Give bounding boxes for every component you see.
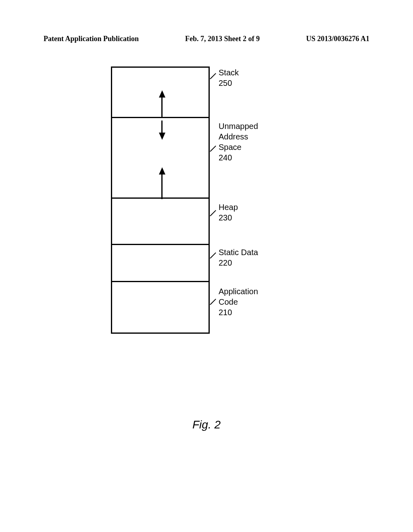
header-left: Patent Application Publication: [44, 35, 139, 43]
heap-label-ref: 230: [219, 213, 232, 222]
app-label-text: Application Code: [219, 287, 258, 306]
stack-label-ref: 250: [219, 79, 232, 87]
page-header: Patent Application Publication Feb. 7, 2…: [0, 0, 413, 43]
figure-caption: Fig. 2: [0, 418, 413, 431]
leader-line-icon: [210, 73, 216, 79]
unmapped-label-text: Unmapped Address Space: [219, 122, 258, 152]
memory-boxes: [111, 66, 210, 334]
header-right: US 2013/0036276 A1: [306, 35, 369, 43]
leader-line-icon: [210, 210, 216, 216]
unmapped-region: [112, 118, 209, 199]
app-label-ref: 210: [219, 308, 232, 317]
memory-layout-diagram: Stack 250 Unmapped Address Space 240 Hea…: [111, 66, 313, 349]
leader-line-icon: [210, 145, 216, 152]
header-center: Feb. 7, 2013 Sheet 2 of 9: [185, 35, 260, 43]
heap-label-text: Heap: [219, 203, 238, 212]
leader-line-icon: [210, 299, 216, 305]
static-label: Static Data 220: [219, 247, 258, 268]
static-label-text: Static Data: [219, 248, 258, 257]
static-data-region: [112, 245, 209, 282]
unmapped-label-ref: 240: [219, 153, 232, 162]
heap-label: Heap 230: [219, 202, 238, 223]
application-code-region: [112, 282, 209, 332]
heap-region: [112, 199, 209, 245]
unmapped-label: Unmapped Address Space 240: [219, 121, 258, 163]
static-label-ref: 220: [219, 258, 232, 267]
stack-label: Stack 250: [219, 67, 239, 88]
stack-label-text: Stack: [219, 68, 239, 77]
leader-line-icon: [210, 252, 216, 259]
app-label: Application Code 210: [219, 286, 258, 318]
